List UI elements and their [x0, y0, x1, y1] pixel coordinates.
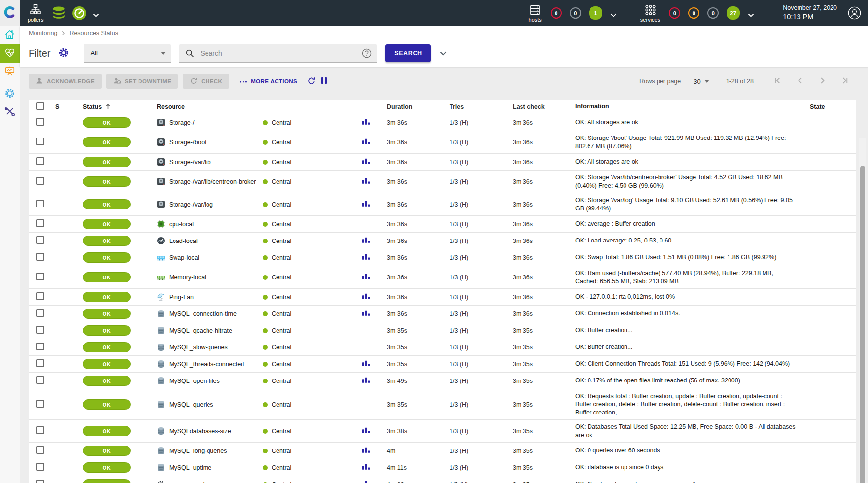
- poller-latency-status-icon[interactable]: [72, 6, 87, 21]
- poller-database-status-icon[interactable]: [51, 6, 66, 21]
- table-row[interactable]: OK MySQL_long-queries Central 4m 1/3 (H)…: [29, 443, 856, 459]
- sidebar-item-administration[interactable]: [0, 103, 20, 121]
- graph-icon[interactable]: [362, 138, 370, 145]
- status-badge[interactable]: OK: [83, 376, 131, 386]
- row-checkbox[interactable]: [36, 359, 44, 367]
- table-row[interactable]: OK Ping-Lan Central 3m 36s 1/3 (H) 3m 36…: [29, 289, 856, 306]
- status-badge[interactable]: OK: [83, 252, 131, 263]
- row-checkbox[interactable]: [36, 326, 44, 334]
- search-button[interactable]: SEARCH: [385, 44, 431, 62]
- graph-icon[interactable]: [362, 118, 370, 126]
- sidebar-item-monitoring[interactable]: [0, 44, 20, 63]
- scrollbar-thumb[interactable]: [860, 166, 865, 483]
- graph-icon[interactable]: [362, 360, 370, 367]
- table-row[interactable]: OK MySQL_slow-queries Central 3m 35s 1/3…: [29, 339, 856, 356]
- vertical-scrollbar[interactable]: [859, 138, 866, 483]
- row-checkbox[interactable]: [36, 236, 44, 244]
- status-badge[interactable]: OK: [83, 426, 131, 436]
- set-downtime-button[interactable]: SET DOWNTIME: [106, 74, 178, 89]
- row-checkbox[interactable]: [36, 400, 44, 408]
- header-state[interactable]: State: [803, 104, 856, 110]
- row-checkbox[interactable]: [36, 200, 44, 207]
- pause-autorefresh-button[interactable]: [321, 77, 327, 86]
- graph-icon[interactable]: [362, 273, 370, 280]
- counter-badge[interactable]: 0: [688, 7, 699, 19]
- row-checkbox[interactable]: [36, 219, 44, 227]
- header-resource[interactable]: Resource: [153, 104, 259, 110]
- header-last-check[interactable]: Last check: [508, 104, 569, 110]
- row-checkbox[interactable]: [36, 309, 44, 317]
- counter-badge[interactable]: 0: [570, 7, 581, 19]
- row-checkbox[interactable]: [36, 157, 44, 165]
- status-badge[interactable]: OK: [83, 176, 131, 187]
- pollers-chevron-down-icon[interactable]: [93, 11, 99, 15]
- graph-icon[interactable]: [362, 310, 370, 317]
- header-information[interactable]: Information: [569, 103, 803, 111]
- counter-badge[interactable]: 1: [589, 6, 602, 20]
- graph-icon[interactable]: [362, 177, 370, 185]
- graph-icon[interactable]: [362, 427, 370, 434]
- table-row[interactable]: OK Storage-/var/lib/centreon-broker Cent…: [29, 171, 856, 193]
- pollers-menu[interactable]: pollers: [28, 4, 43, 23]
- graph-icon[interactable]: [362, 253, 370, 261]
- table-row[interactable]: OK MySQL_connection-time Central 3m 36s …: [29, 306, 856, 322]
- table-row[interactable]: OK Storage-/var/lib Central 3m 36s 1/3 (…: [29, 154, 856, 171]
- counter-badge[interactable]: 0: [707, 7, 719, 19]
- status-badge[interactable]: OK: [83, 309, 131, 319]
- graph-icon[interactable]: [362, 377, 370, 384]
- row-checkbox[interactable]: [36, 292, 44, 300]
- user-avatar-icon[interactable]: [848, 6, 861, 20]
- table-row[interactable]: OK MySQL_queries Central 3m 35s 1/3 (H) …: [29, 389, 856, 420]
- row-checkbox[interactable]: [36, 426, 44, 434]
- header-severity[interactable]: S: [52, 104, 79, 110]
- graph-icon[interactable]: [362, 463, 370, 471]
- table-row[interactable]: OK MySQL_threads-connected Central 3m 35…: [29, 356, 856, 373]
- status-badge[interactable]: OK: [83, 292, 131, 302]
- graph-icon[interactable]: [362, 480, 370, 483]
- table-row[interactable]: OK Storage-/boot Central 3m 36s 1/3 (H) …: [29, 131, 856, 154]
- status-badge[interactable]: OK: [83, 236, 131, 246]
- header-duration[interactable]: Duration: [382, 104, 444, 110]
- sidebar-item-configuration[interactable]: [0, 85, 20, 103]
- hosts-menu[interactable]: hosts: [529, 4, 542, 23]
- row-checkbox[interactable]: [36, 376, 44, 384]
- graph-icon[interactable]: [362, 158, 370, 165]
- table-row[interactable]: OK process-engine Central 4m 23s 1/3 (H)…: [29, 476, 856, 483]
- table-row[interactable]: OK Memory-local Central 3m 36s 1/3 (H) 3…: [29, 266, 856, 289]
- status-badge[interactable]: OK: [83, 117, 131, 128]
- counter-badge[interactable]: 0: [669, 7, 680, 19]
- table-row[interactable]: OK Swap-local Central 3m 36s 1/3 (H) 3m …: [29, 249, 856, 266]
- graph-icon[interactable]: [362, 200, 370, 207]
- previous-page-button[interactable]: [796, 76, 805, 87]
- row-checkbox[interactable]: [36, 273, 44, 280]
- hosts-chevron-down-icon[interactable]: [610, 11, 617, 15]
- header-tries[interactable]: Tries: [444, 104, 508, 110]
- more-actions-button[interactable]: MORE ACTIONS: [234, 74, 302, 89]
- status-badge[interactable]: OK: [83, 446, 131, 456]
- status-badge[interactable]: OK: [83, 359, 131, 369]
- row-checkbox[interactable]: [36, 343, 44, 350]
- status-badge[interactable]: OK: [83, 462, 131, 473]
- row-checkbox[interactable]: [36, 463, 44, 471]
- sidebar-item-reporting[interactable]: [0, 63, 20, 81]
- refresh-button[interactable]: [307, 76, 316, 87]
- filter-settings-button[interactable]: [58, 47, 69, 60]
- graph-icon[interactable]: [362, 237, 370, 244]
- sidebar-item-home[interactable]: [0, 26, 20, 44]
- table-row[interactable]: OK Load-local Central 3m 36s 1/3 (H) 3m …: [29, 233, 856, 249]
- services-chevron-down-icon[interactable]: [748, 11, 754, 15]
- filter-expand-button[interactable]: [440, 50, 447, 57]
- row-checkbox[interactable]: [36, 138, 44, 145]
- table-row[interactable]: OK MySQL_open-files Central 3m 49s 1/3 (…: [29, 373, 856, 389]
- select-all-checkbox[interactable]: [36, 102, 44, 110]
- header-status[interactable]: Status: [79, 104, 153, 110]
- row-checkbox[interactable]: [36, 480, 44, 483]
- row-checkbox[interactable]: [36, 177, 44, 185]
- last-page-button[interactable]: [840, 76, 849, 87]
- status-badge[interactable]: OK: [83, 399, 131, 410]
- row-checkbox[interactable]: [36, 118, 44, 126]
- status-badge[interactable]: OK: [83, 479, 131, 483]
- centreon-logo[interactable]: [0, 0, 20, 26]
- status-badge[interactable]: OK: [83, 272, 131, 282]
- table-row[interactable]: OK cpu-local Central 3m 36s 1/3 (H) 3m 3…: [29, 216, 856, 233]
